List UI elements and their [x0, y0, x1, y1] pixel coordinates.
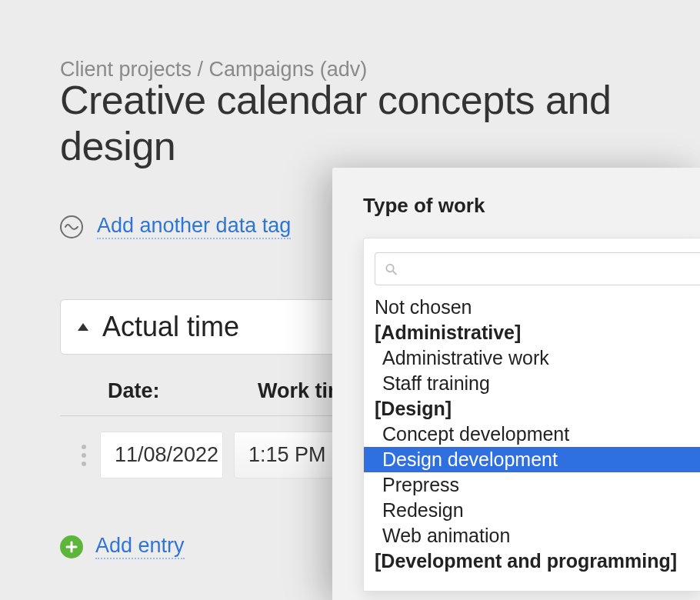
type-option: [Design]: [364, 396, 700, 422]
date-field[interactable]: 11/08/2022: [100, 432, 223, 478]
time-field[interactable]: 1:15 PM: [234, 432, 342, 478]
type-option[interactable]: Staff training: [364, 371, 700, 396]
panel-title: Actual time: [102, 311, 239, 343]
type-option[interactable]: Concept development: [364, 422, 700, 447]
type-options-list: Not chosen[Administrative]Administrative…: [364, 292, 700, 577]
column-header-date: Date:: [108, 379, 235, 403]
tag-icon: [60, 215, 83, 238]
type-option: [Development and programming]: [364, 548, 700, 574]
type-option[interactable]: Web animation: [364, 523, 700, 548]
add-data-tag-link[interactable]: Add another data tag: [97, 214, 291, 239]
type-search-box[interactable]: [375, 252, 700, 285]
collapse-icon: [78, 323, 88, 331]
plus-icon: [60, 535, 83, 558]
type-option[interactable]: Prepress: [364, 472, 700, 498]
search-icon: [385, 262, 398, 276]
page-title: Creative calendar concepts and design: [60, 77, 700, 169]
type-option[interactable]: Design development: [364, 447, 700, 472]
drag-handle[interactable]: [78, 442, 89, 469]
type-option[interactable]: Administrative work: [364, 345, 700, 371]
type-of-work-popup: Type of work Not chosen[Administrative]A…: [332, 168, 700, 600]
type-search-input[interactable]: [405, 261, 691, 277]
type-option[interactable]: Redesign: [364, 498, 700, 523]
type-option: [Administrative]: [364, 320, 700, 345]
add-entry-link[interactable]: Add entry: [95, 534, 185, 559]
type-option[interactable]: Not chosen: [364, 295, 700, 320]
popup-title: Type of work: [332, 168, 700, 218]
svg-line-1: [393, 271, 396, 274]
